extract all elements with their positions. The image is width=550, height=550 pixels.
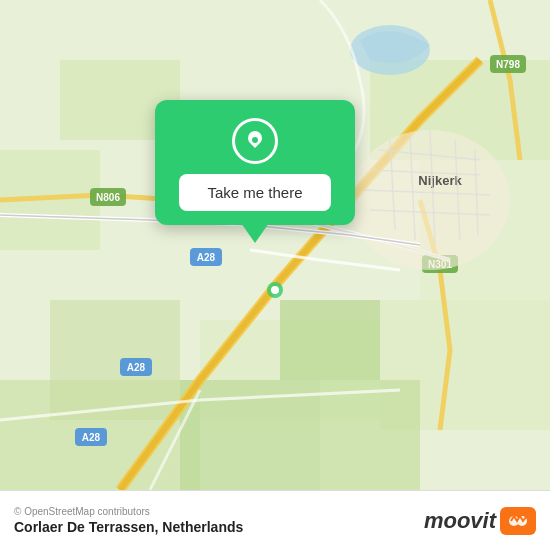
svg-point-29 <box>271 286 279 294</box>
map-container: A28 A28 A28 N806 N301 N798 Nijkerk <box>0 0 550 490</box>
moovit-logo: moovit <box>424 507 536 535</box>
map-background: A28 A28 A28 N806 N301 N798 Nijkerk <box>0 0 550 490</box>
svg-text:Nijkerk: Nijkerk <box>418 173 462 188</box>
location-pin-icon <box>232 118 278 164</box>
svg-point-26 <box>350 130 510 270</box>
location-name: Corlaer De Terrassen, Netherlands <box>14 519 243 535</box>
moovit-icon <box>500 507 536 535</box>
take-me-there-button[interactable]: Take me there <box>179 174 330 211</box>
svg-text:N798: N798 <box>496 59 520 70</box>
svg-text:A28: A28 <box>197 252 216 263</box>
svg-rect-10 <box>280 300 380 380</box>
svg-text:A28: A28 <box>82 432 101 443</box>
svg-text:N806: N806 <box>96 192 120 203</box>
footer: © OpenStreetMap contributors Corlaer De … <box>0 490 550 550</box>
map-attribution: © OpenStreetMap contributors <box>14 506 243 517</box>
moovit-text: moovit <box>424 508 496 534</box>
svg-text:A28: A28 <box>127 362 146 373</box>
svg-rect-12 <box>320 380 420 490</box>
popup-card: Take me there <box>155 100 355 225</box>
footer-left: © OpenStreetMap contributors Corlaer De … <box>14 506 243 535</box>
